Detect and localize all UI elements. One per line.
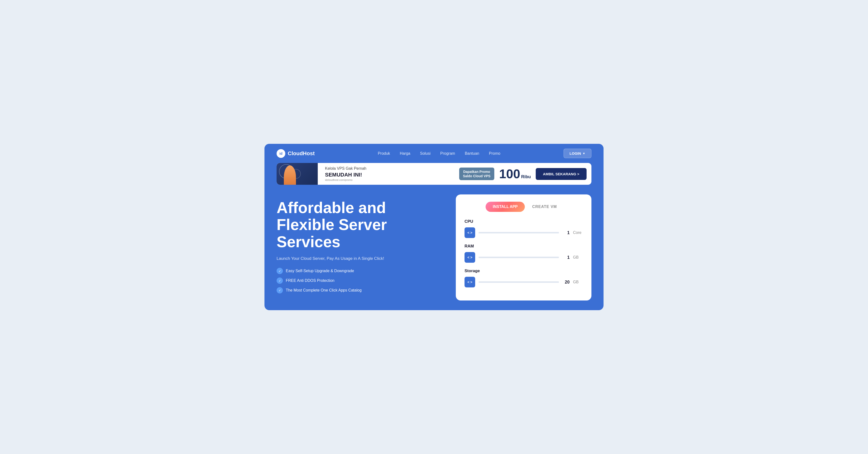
banner-line1: Kelola VPS Gak Pernah [325, 166, 447, 171]
banner-line2: SEMUDAH INI! [325, 172, 447, 178]
check-icon-2: ✓ [277, 278, 283, 284]
page-wrapper: id CloudHost Produk Harga Solusi Program… [265, 144, 603, 310]
cpu-unit: Core [573, 230, 583, 235]
ram-section: RAM < > 1 GB [465, 244, 583, 263]
ram-value: 1 [562, 255, 569, 260]
hero-title: Affordable and Flexible Server Services [277, 199, 446, 250]
main-content: Affordable and Flexible Server Services … [265, 190, 603, 310]
logo-area: id CloudHost [277, 149, 315, 158]
brand-name: CloudHost [288, 150, 315, 157]
nav-produk[interactable]: Produk [378, 151, 390, 156]
banner-text: Kelola VPS Gak Pernah SEMUDAH INI! idclo… [318, 164, 454, 184]
promo-number: 100 [499, 168, 520, 180]
cpu-slider-row: < > 1 Core [465, 227, 583, 238]
chevron-down-icon: ▼ [583, 152, 585, 155]
nav-links: Produk Harga Solusi Program Bantuan Prom… [378, 151, 500, 156]
nav-program[interactable]: Program [440, 151, 455, 156]
tab-row: INSTALL APP CREATE VM [465, 202, 583, 212]
banner-url: idcloudhost.com/promo [325, 179, 447, 181]
promo-banner: Kelola VPS Gak Pernah SEMUDAH INI! idclo… [277, 163, 591, 185]
ambil-sekarang-button[interactable]: AMBIL SEKARANG > [536, 168, 587, 180]
cpu-section: CPU < > 1 Core [465, 219, 583, 238]
check-icon-3: ✓ [277, 287, 283, 293]
login-button[interactable]: LOGIN ▼ [564, 149, 591, 158]
nav-solusi[interactable]: Solusi [420, 151, 431, 156]
storage-slider-track[interactable] [478, 281, 559, 283]
feature-list: ✓ Easy Self-Setup Upgrade & Downgrade ✓ … [277, 268, 446, 293]
nav-bantuan[interactable]: Bantuan [465, 151, 479, 156]
feature-item-2: ✓ FREE Anti DDOS Protection [277, 278, 446, 284]
hero-section: Affordable and Flexible Server Services … [277, 194, 446, 293]
promo-amount: 100 Ribu [499, 168, 531, 180]
cpu-slider-control[interactable]: < > [465, 227, 475, 238]
feature-item-1: ✓ Easy Self-Setup Upgrade & Downgrade [277, 268, 446, 274]
banner-image [277, 163, 318, 185]
nav-harga[interactable]: Harga [400, 151, 410, 156]
ram-label: RAM [465, 244, 583, 249]
storage-section: Storage < > 20 GB [465, 268, 583, 287]
ram-slider-control[interactable]: < > [465, 252, 475, 263]
cpu-slider-track[interactable] [478, 232, 559, 233]
storage-unit: GB [573, 280, 583, 284]
navbar: id CloudHost Produk Harga Solusi Program… [265, 144, 603, 163]
promo-banner-area: Kelola VPS Gak Pernah SEMUDAH INI! idclo… [265, 163, 603, 190]
feature-item-3: ✓ The Most Complete One Click Apps Catal… [277, 287, 446, 293]
hero-subtitle: Launch Your Cloud Server, Pay As Usage i… [277, 256, 446, 261]
storage-value: 20 [562, 280, 569, 285]
tab-install-app[interactable]: INSTALL APP [486, 202, 525, 212]
banner-promo-section: Dapatkan Promo Saldo Cloud VPS 100 Ribu … [454, 168, 592, 180]
storage-slider-control[interactable]: < > [465, 277, 475, 287]
storage-slider-fill [478, 281, 485, 283]
ram-slider-fill [478, 257, 483, 258]
cpu-value: 1 [562, 230, 569, 235]
promo-badge: Dapatkan Promo Saldo Cloud VPS [459, 168, 495, 180]
cpu-label: CPU [465, 219, 583, 224]
ram-slider-track[interactable] [478, 257, 559, 258]
storage-slider-row: < > 20 GB [465, 277, 583, 287]
promo-ribu: Ribu [521, 174, 531, 180]
logo-icon: id [277, 149, 285, 158]
cpu-slider-fill [478, 232, 483, 233]
ram-unit: GB [573, 255, 583, 260]
tab-create-vm[interactable]: CREATE VM [527, 202, 562, 212]
check-icon-1: ✓ [277, 268, 283, 274]
nav-promo[interactable]: Promo [489, 151, 500, 156]
config-card: INSTALL APP CREATE VM CPU < > 1 Core [456, 194, 591, 300]
ram-slider-row: < > 1 GB [465, 252, 583, 263]
storage-label: Storage [465, 268, 583, 273]
